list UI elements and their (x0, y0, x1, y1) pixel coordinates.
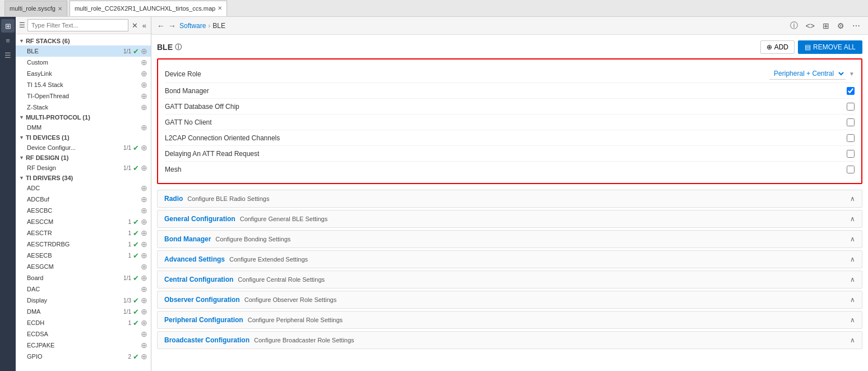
tree-item-ti154[interactable]: TI 15.4 Stack ⊕ (16, 79, 151, 90)
breadcrumb-software[interactable]: Software (179, 22, 206, 30)
add-aesecb-btn[interactable]: ⊕ (141, 251, 147, 260)
tab-map[interactable]: multi_role_CC26X2R1_LAUNCHXL_tirtos_ccs.… (70, 1, 227, 16)
add-ecdsa-btn[interactable]: ⊕ (141, 329, 147, 338)
tree-item-tiopenthread[interactable]: TI-OpenThread ⊕ (16, 90, 151, 102)
add-rf-design-btn[interactable]: ⊕ (141, 163, 147, 172)
tree-item-display[interactable]: Display 1/3 ✔ ⊕ (16, 295, 151, 306)
bond-manager-checkbox[interactable] (847, 87, 855, 95)
tree-item-gpio[interactable]: GPIO 2 ✔ ⊕ (16, 351, 151, 362)
tree-item-aesctrdrbg[interactable]: AESCTRDRBG 1 ✔ ⊕ (16, 239, 151, 250)
tree-item-ecdh[interactable]: ECDH 1 ✔ ⊕ (16, 317, 151, 328)
collapse-all-btn[interactable]: « (141, 20, 147, 31)
add-btn[interactable]: ⊕ ADD (760, 40, 795, 54)
section-advanced-desc: Configure Extended Settings (229, 256, 308, 263)
settings-btn[interactable]: ⚙ (835, 20, 847, 31)
chevron-up-icon: ∧ (850, 195, 855, 203)
section-bond-manager[interactable]: Bond Manager Configure Bonding Settings … (157, 230, 862, 248)
more-btn[interactable]: ⋯ (850, 20, 862, 31)
filter-clear-btn[interactable]: ✕ (131, 20, 139, 31)
arrow-icon: ▼ (19, 114, 24, 120)
icon-rail-layers[interactable]: ≡ (1, 34, 15, 47)
tree-section-rf-design-header[interactable]: ▼ RF DESIGN (1) (16, 153, 151, 162)
tree-item-aescbc[interactable]: AESCBC ⊕ (16, 205, 151, 216)
add-aesctrdrbg-btn[interactable]: ⊕ (141, 240, 147, 249)
add-custom-btn[interactable]: ⊕ (141, 58, 147, 67)
tree-item-custom[interactable]: Custom ⊕ (16, 57, 151, 68)
tree-item-ecjpake[interactable]: ECJPAKE ⊕ (16, 340, 151, 351)
add-adcbuf-btn[interactable]: ⊕ (141, 195, 147, 204)
add-dac-btn[interactable]: ⊕ (141, 285, 147, 294)
bond-manager-value (847, 87, 855, 95)
code-btn[interactable]: <> (804, 20, 817, 31)
icon-rail-list[interactable]: ☰ (1, 48, 15, 62)
tab-syscfg-close[interactable]: ✕ (58, 6, 62, 12)
grid-btn[interactable]: ⊞ (820, 20, 832, 31)
remove-all-btn[interactable]: ▤ REMOVE ALL (798, 40, 862, 54)
add-tiopenthread-btn[interactable]: ⊕ (141, 91, 147, 100)
section-observer-config[interactable]: Observer Configuration Configure Observe… (157, 291, 862, 309)
add-adc-btn[interactable]: ⊕ (141, 184, 147, 193)
add-dmm-btn[interactable]: ⊕ (141, 123, 147, 132)
section-peripheral-config[interactable]: Peripheral Configuration Configure Perip… (157, 311, 862, 329)
delay-att-checkbox[interactable] (847, 150, 855, 158)
add-aescbc-btn[interactable]: ⊕ (141, 206, 147, 215)
tree-item-aesctr[interactable]: AESCTR 1 ✔ ⊕ (16, 227, 151, 239)
filter-input[interactable] (27, 19, 128, 31)
tree-section-multi-protocol-header[interactable]: ▼ MULTI-PROTOCOL (1) (16, 113, 151, 122)
back-btn[interactable]: ← (157, 21, 165, 30)
tree-hamburger-icon[interactable]: ☰ (19, 21, 25, 29)
add-board-btn[interactable]: ⊕ (141, 273, 147, 282)
tree-item-ecdsa[interactable]: ECDSA ⊕ (16, 328, 151, 340)
section-broadcaster-config[interactable]: Broadcaster Configuration Configure Broa… (157, 331, 862, 349)
section-radio[interactable]: Radio Configure BLE Radio Settings ∧ (157, 190, 862, 208)
add-dma-btn[interactable]: ⊕ (141, 307, 147, 316)
add-aesgcm-btn[interactable]: ⊕ (141, 262, 147, 271)
main-layout: ⊞ ≡ ☰ ☰ ✕ « ▼ RF STACKS (6) BLE (0, 17, 868, 371)
add-ble-btn[interactable]: ⊕ (141, 47, 147, 56)
info-btn[interactable]: ⓘ (788, 20, 800, 32)
tree-item-board[interactable]: Board 1/1 ✔ ⊕ (16, 272, 151, 283)
remove-all-icon: ▤ (805, 43, 811, 51)
add-ti154-btn[interactable]: ⊕ (141, 80, 147, 89)
mesh-checkbox[interactable] (847, 166, 855, 173)
section-general-config[interactable]: General Configuration Configure General … (157, 210, 862, 228)
tab-syscfg[interactable]: multi_role.syscfg ✕ (4, 1, 67, 16)
tree-item-adcbuf[interactable]: ADCBuf ⊕ (16, 194, 151, 205)
add-ecjpake-btn[interactable]: ⊕ (141, 341, 147, 350)
tree-section-ti-devices-header[interactable]: ▼ TI DEVICES (1) (16, 133, 151, 142)
add-ecdh-btn[interactable]: ⊕ (141, 318, 147, 327)
add-aesctr-btn[interactable]: ⊕ (141, 228, 147, 237)
add-device-config-btn[interactable]: ⊕ (141, 143, 147, 152)
tree-item-aesgcm[interactable]: AESGCM ⊕ (16, 261, 151, 272)
tree-item-adc[interactable]: ADC ⊕ (16, 182, 151, 194)
l2cap-checkbox[interactable] (847, 134, 855, 142)
add-easylink-btn[interactable]: ⊕ (141, 69, 147, 78)
tree-item-dmm[interactable]: DMM ⊕ (16, 122, 151, 133)
device-role-select[interactable]: Peripheral + Central Peripheral Central … (769, 68, 846, 80)
tree-item-zstack[interactable]: Z-Stack ⊕ (16, 102, 151, 113)
gatt-db-checkbox[interactable] (847, 103, 855, 111)
section-central-config[interactable]: Central Configuration Configure Central … (157, 271, 862, 288)
delay-att-value (847, 150, 855, 158)
tree-item-aesccm[interactable]: AESCCM 1 ✔ ⊕ (16, 216, 151, 227)
tree-item-rf-design[interactable]: RF Design 1/1 ✔ ⊕ (16, 162, 151, 173)
add-gpio-btn[interactable]: ⊕ (141, 352, 147, 361)
tree-item-aesecb[interactable]: AESECB 1 ✔ ⊕ (16, 250, 151, 261)
tree-item-ble[interactable]: BLE 1/1 ✔ ⊕ (16, 45, 151, 57)
icon-rail-home[interactable]: ⊞ (1, 19, 15, 33)
tree-item-device-config[interactable]: Device Configur... 1/1 ✔ ⊕ (16, 142, 151, 153)
chevron-up-icon: ∧ (850, 336, 855, 344)
tab-map-close[interactable]: ✕ (218, 5, 222, 11)
tree-section-ti-drivers-header[interactable]: ▼ TI DRIVERS (34) (16, 173, 151, 182)
forward-btn[interactable]: → (168, 21, 176, 30)
section-advanced[interactable]: Advanced Settings Configure Extended Set… (157, 250, 862, 268)
tree-item-easylink[interactable]: EasyLink ⊕ (16, 68, 151, 79)
add-display-btn[interactable]: ⊕ (141, 296, 147, 305)
gatt-no-client-checkbox[interactable] (847, 118, 855, 126)
add-zstack-btn[interactable]: ⊕ (141, 103, 147, 112)
ble-info-icon[interactable]: ⓘ (175, 43, 182, 52)
add-aesccm-btn[interactable]: ⊕ (141, 217, 147, 226)
tree-item-dma[interactable]: DMA 1/1 ✔ ⊕ (16, 306, 151, 317)
tree-section-rf-stacks-header[interactable]: ▼ RF STACKS (6) (16, 36, 151, 45)
tree-item-dac[interactable]: DAC ⊕ (16, 283, 151, 295)
